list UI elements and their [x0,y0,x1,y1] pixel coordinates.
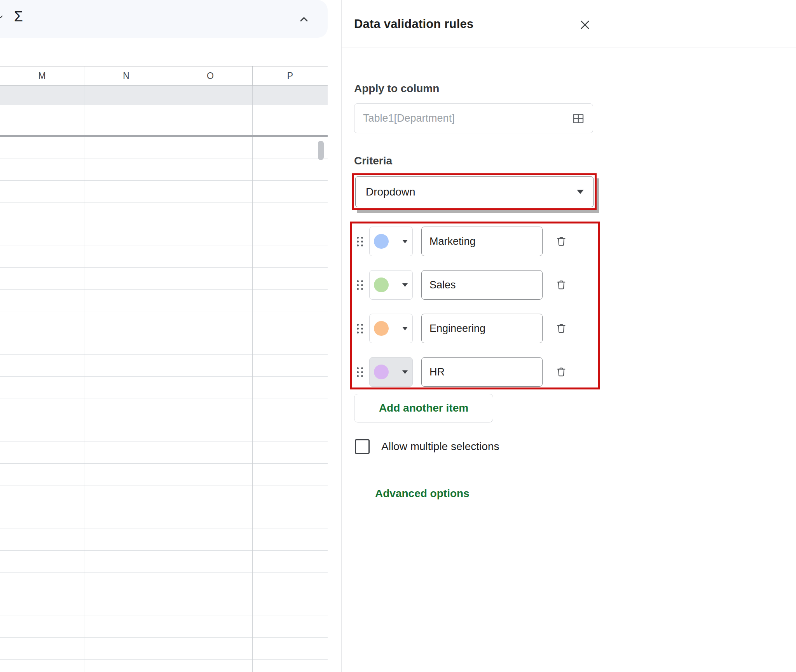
delete-item-button[interactable] [553,363,570,381]
allow-multiple-label: Allow multiple selections [381,440,499,453]
column-header-o[interactable]: O [168,66,253,85]
add-another-item-button[interactable]: Add another item [354,394,493,422]
allow-multiple-checkbox[interactable] [355,439,370,454]
column-gridline [168,86,168,672]
advanced-options-link[interactable]: Advanced options [375,487,470,500]
dropdown-item-row [355,270,598,300]
criteria-dropdown[interactable]: Dropdown [355,176,594,207]
delete-item-button[interactable] [553,320,570,337]
annotation-box-criteria: Dropdown [352,173,597,210]
annotation-box-items [350,222,600,389]
column-gridline [327,86,327,672]
vertical-scrollbar-thumb[interactable] [318,141,324,160]
table-header-row [0,86,328,105]
select-data-range-grid-icon[interactable] [572,112,585,125]
sheet-cells-area[interactable] [0,137,328,672]
clipped-chevron-down-icon [0,12,5,23]
item-text-input[interactable] [421,270,543,300]
chevron-down-icon [402,370,408,374]
dropdown-item-row [355,314,598,343]
chevron-down-icon [402,283,408,287]
color-circle [374,321,389,336]
color-chip-button[interactable] [369,314,413,343]
apply-to-column-label: Apply to column [354,82,439,95]
color-chip-button[interactable] [369,270,413,300]
column-gridline [252,86,253,672]
functions-sigma-icon[interactable]: Σ [14,9,23,25]
trash-icon [555,323,567,334]
apply-to-column-field [354,103,593,133]
trash-icon [555,236,567,247]
column-header-p[interactable]: P [253,66,328,85]
chevron-down-icon [402,240,408,243]
toolbar: Σ [0,0,328,38]
criteria-label: Criteria [354,155,392,167]
chevron-up-icon [297,13,311,26]
drag-handle-icon[interactable] [355,237,365,246]
close-button[interactable] [576,16,594,33]
spreadsheet-area: Σ M N O P [0,0,328,672]
allow-multiple-row: Allow multiple selections [355,439,499,454]
dropdown-item-row [355,227,598,256]
data-validation-panel: Data validation rules Apply to column Cr… [341,0,796,672]
column-header-n[interactable]: N [84,66,168,85]
frozen-row-divider [0,135,328,137]
delete-item-button[interactable] [553,276,570,293]
panel-title: Data validation rules [354,17,473,31]
column-gridline [84,86,84,672]
delete-item-button[interactable] [553,233,570,250]
trash-icon [555,279,567,291]
color-circle [374,234,389,249]
color-circle [374,365,389,379]
dropdown-item-row [355,357,598,387]
item-text-input[interactable] [421,227,543,256]
drag-handle-icon[interactable] [355,280,365,290]
chevron-down-icon [577,190,584,194]
drag-handle-icon[interactable] [355,367,365,377]
trash-icon [555,366,567,378]
item-text-input[interactable] [421,314,543,343]
panel-divider [342,47,796,47]
item-text-input[interactable] [421,357,543,387]
color-chip-button[interactable] [369,357,413,387]
column-header-m[interactable]: M [0,66,84,85]
drag-handle-icon[interactable] [355,324,365,333]
collapse-toolbar-button[interactable] [295,11,312,28]
range-input[interactable] [354,112,572,124]
chevron-down-icon [402,327,408,330]
color-chip-button[interactable] [369,227,413,256]
close-icon [579,19,591,31]
column-headers: M N O P [0,66,328,86]
color-circle [374,278,389,292]
criteria-selected-value: Dropdown [366,186,415,198]
